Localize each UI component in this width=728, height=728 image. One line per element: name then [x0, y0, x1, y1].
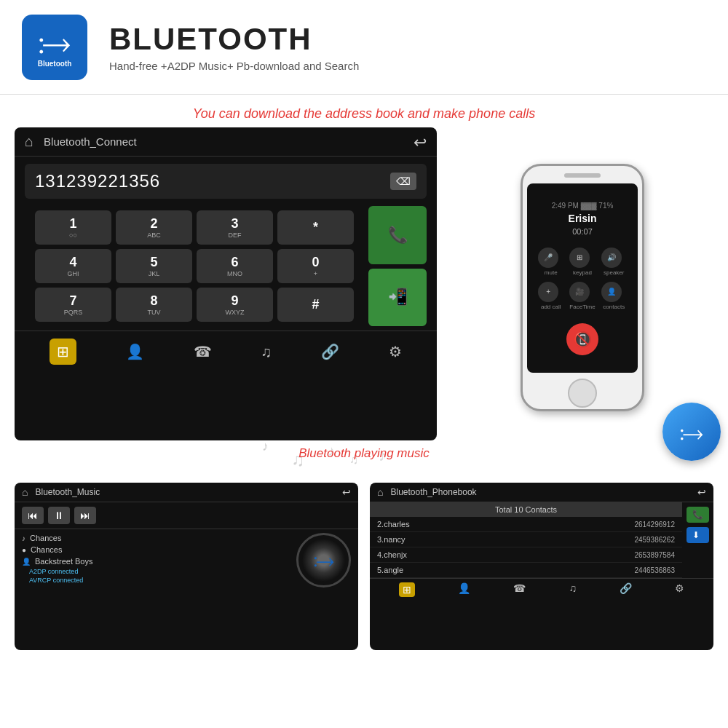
track-name-2: Chances [31, 545, 62, 554]
call-button[interactable]: 📞 [368, 206, 427, 264]
number-keypad: 1 ○○ 2 ABC 3 DEF * 4 GHI 5 JKL 6 MNO 0 +… [25, 206, 364, 326]
music-screen: ⌂ Bluetooth_Music ↩ ⏮ ⏸ ⏭ ♪ Chances ● Ch… [15, 483, 358, 650]
pb-total-header: Total 10 Contacts [370, 502, 682, 517]
pb-nav-contacts[interactable]: 👤 [458, 582, 470, 597]
nav-music-icon[interactable]: ♫ [261, 344, 272, 360]
page-title: BLUETOOTH [109, 22, 359, 57]
note-icon-1: ♪ [22, 534, 25, 542]
contact-name-1: 2.charles [377, 520, 634, 529]
contact-num-4: 2446536863 [634, 566, 675, 574]
phonebook-content: Total 10 Contacts 2.charles 2614296912 3… [370, 502, 713, 578]
phonebook-screen: ⌂ Bluetooth_Phonebook ↩ Total 10 Contact… [370, 483, 713, 650]
pb-nav-bar: ⊞ 👤 ☎ ♫ 🔗 ⚙ [370, 578, 713, 601]
screen-topbar: ⌂ Bluetooth_Connect [15, 127, 437, 157]
key-3[interactable]: 3 DEF [197, 210, 273, 245]
phone-screen: 2:49 PM ▓▓▓ 71% Erisin 00:07 🎤 mute ⊞ ke… [527, 183, 638, 373]
music-screen-topbar: ⌂ Bluetooth_Music ↩ [15, 483, 358, 502]
phone-mockup: 2:49 PM ▓▓▓ 71% Erisin 00:07 🎤 mute ⊞ ke… [521, 164, 644, 411]
facetime-icon: 🎥 [569, 282, 590, 302]
pb-contact-1[interactable]: 2.charles 2614296912 [370, 517, 682, 532]
keypad-icon: ⊞ [569, 248, 590, 268]
header-text-block: BLUETOOTH Hand-free +A2DP Music+ Pb-down… [109, 22, 359, 72]
key-4[interactable]: 4 GHI [35, 249, 111, 283]
backspace-button[interactable]: ⌫ [390, 173, 416, 190]
lower-screens-container: ⌂ Bluetooth_Music ↩ ⏮ ⏸ ⏭ ♪ Chances ● Ch… [15, 483, 713, 650]
nav-settings-icon[interactable]: ⚙ [389, 343, 402, 360]
key-5[interactable]: 5 JKL [116, 249, 192, 283]
main-content-area: ↩ ⌂ Bluetooth_Connect 131239221356 ⌫ 1 ○… [0, 127, 728, 440]
dial-screen: ↩ ⌂ Bluetooth_Connect 131239221356 ⌫ 1 ○… [15, 127, 437, 440]
pb-contact-4[interactable]: 5.angle 2446536863 [370, 563, 682, 578]
end-call-button[interactable]: 📵 [566, 323, 598, 355]
nav-link-icon[interactable]: 🔗 [321, 343, 339, 360]
pb-nav-apps[interactable]: ⊞ [399, 582, 415, 597]
phone-status-bar: 2:49 PM ▓▓▓ 71% [552, 202, 614, 210]
speaker-icon: 🔊 [601, 248, 622, 268]
track-name-1: Chances [30, 534, 61, 542]
pb-home-icon[interactable]: ⌂ [377, 486, 383, 498]
speaker-option[interactable]: 🔊 speaker [601, 248, 627, 276]
pb-screen-title: Bluetooth_Phonebook [390, 487, 697, 497]
phone-home-button[interactable] [568, 379, 597, 408]
phonebook-action-buttons: 📞 ⬇ [682, 502, 713, 578]
pb-download-button[interactable]: ⬇ [687, 527, 709, 543]
music-back-icon[interactable]: ↩ [342, 486, 351, 498]
top-description: You can download the address book and ma… [0, 95, 728, 127]
back-arrow-icon[interactable]: ↩ [414, 133, 427, 152]
next-button[interactable]: ⏭ [74, 507, 96, 524]
key-2[interactable]: 2 ABC [116, 210, 192, 245]
key-star[interactable]: * [277, 210, 354, 245]
header-subtitle: Hand-free +A2DP Music+ Pb-download and S… [109, 60, 359, 72]
music-section-label: Bluetooth playing music [15, 446, 713, 461]
pb-contact-2[interactable]: 3.nancy 2459386262 [370, 532, 682, 547]
pb-nav-link[interactable]: 🔗 [620, 582, 632, 597]
contact-num-3: 2653897584 [634, 551, 675, 559]
play-pause-button[interactable]: ⏸ [48, 507, 70, 524]
contact-name-4: 5.angle [377, 566, 634, 574]
pb-nav-phone[interactable]: ☎ [513, 582, 526, 597]
contact-name-3: 4.chenjx [377, 550, 634, 559]
nav-contacts-icon[interactable]: 👤 [126, 343, 144, 360]
prev-button[interactable]: ⏮ [22, 507, 44, 524]
pb-contact-3[interactable]: 4.chenjx 2653897584 [370, 547, 682, 563]
artist-icon: 👤 [22, 558, 31, 566]
call-options-grid: 🎤 mute ⊞ keypad 🔊 speaker + add call [531, 248, 634, 310]
music-notes-decoration: Bluetooth playing music ♪ ♫ ♪ ♫ ♪ [15, 446, 713, 483]
disc-bluetooth-icon: ⧴ [314, 548, 334, 572]
pb-nav-music[interactable]: ♫ [569, 582, 577, 597]
call-button-2[interactable]: 📲 [368, 269, 427, 327]
pb-nav-settings[interactable]: ⚙ [675, 582, 684, 597]
nav-apps-icon[interactable]: ⊞ [50, 339, 76, 365]
key-8[interactable]: 8 TUV [116, 288, 192, 322]
nav-phone-icon[interactable]: ☎ [194, 343, 212, 360]
music-screen-title: Bluetooth_Music [35, 487, 342, 497]
note-icon-2: ● [22, 546, 26, 554]
header-section: ⧴ Bluetooth BLUETOOTH Hand-free +A2DP Mu… [0, 0, 728, 95]
screen-nav-bar: ⊞ 👤 ☎ ♫ 🔗 ⚙ [15, 331, 437, 372]
track-row-1: ♪ Chances [22, 532, 351, 544]
phone-speaker [564, 173, 601, 178]
contacts-option[interactable]: 👤 contacts [601, 282, 627, 310]
key-7[interactable]: 7 PQRS [35, 288, 111, 322]
mute-option[interactable]: 🎤 mute [538, 248, 563, 276]
keypad-option[interactable]: ⊞ keypad [569, 248, 595, 276]
music-playback-controls: ⏮ ⏸ ⏭ [15, 502, 358, 529]
lower-section: Bluetooth playing music ♪ ♫ ♪ ♫ ♪ ⧴ ⌂ Bl… [0, 446, 728, 650]
phonebook-topbar: ⌂ Bluetooth_Phonebook ↩ [370, 483, 713, 502]
addcall-option[interactable]: + add call [538, 282, 563, 310]
pb-call-button[interactable]: 📞 [687, 507, 709, 523]
key-0[interactable]: 0 + [277, 249, 354, 283]
vinyl-disc: ⧴ [296, 533, 351, 587]
home-icon[interactable]: ⌂ [25, 133, 33, 150]
key-6[interactable]: 6 MNO [197, 249, 273, 283]
facetime-option[interactable]: 🎥 FaceTime [569, 282, 595, 310]
call-buttons: 📞 📲 [368, 206, 427, 326]
key-1[interactable]: 1 ○○ [35, 210, 111, 245]
artist-name: Backstreet Boys [35, 557, 92, 566]
contact-num-1: 2614296912 [634, 521, 675, 529]
call-duration: 00:07 [572, 227, 593, 236]
key-hash[interactable]: # [277, 288, 354, 322]
pb-back-icon[interactable]: ↩ [697, 486, 706, 498]
music-home-icon[interactable]: ⌂ [22, 486, 28, 498]
key-9[interactable]: 9 WXYZ [197, 288, 273, 322]
